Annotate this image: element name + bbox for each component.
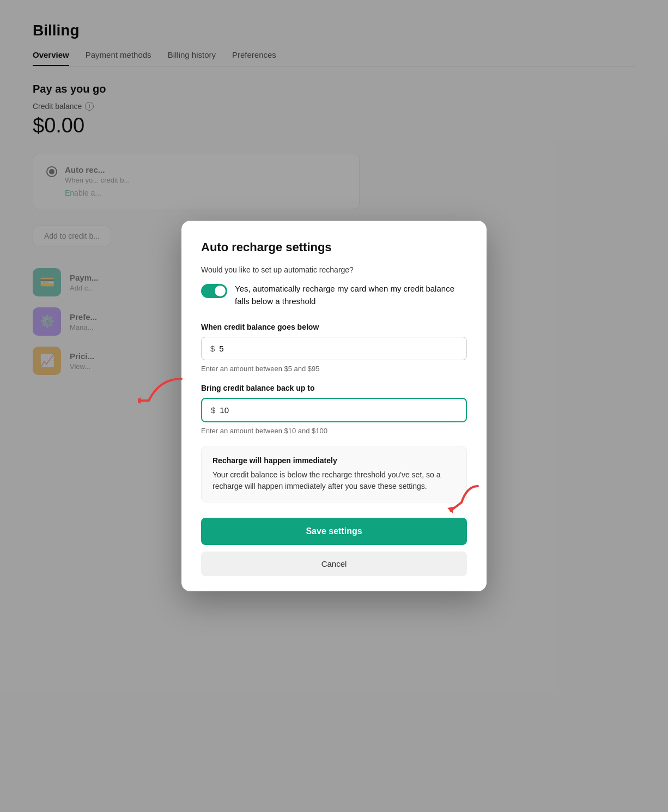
- threshold-input-group[interactable]: $: [201, 337, 467, 360]
- topup-currency: $: [211, 405, 215, 415]
- topup-input-group[interactable]: $: [201, 398, 467, 422]
- topup-input[interactable]: [220, 405, 457, 415]
- cancel-button[interactable]: Cancel: [201, 552, 467, 576]
- warning-title: Recharge will happen immediately: [212, 456, 456, 465]
- warning-text: Your credit balance is below the recharg…: [212, 469, 456, 492]
- threshold-currency: $: [210, 344, 215, 353]
- svg-marker-0: [138, 397, 141, 404]
- modal-title: Auto recharge settings: [201, 240, 467, 254]
- auto-recharge-toggle[interactable]: [201, 284, 227, 298]
- threshold-hint: Enter an amount between $5 and $95: [201, 365, 467, 373]
- toggle-row: Yes, automatically recharge my card when…: [201, 283, 467, 307]
- toggle-label: Yes, automatically recharge my card when…: [235, 283, 467, 307]
- save-button-wrapper: Save settings: [201, 518, 467, 552]
- save-settings-button[interactable]: Save settings: [201, 518, 467, 545]
- topup-label: Bring credit balance back up to: [201, 384, 467, 392]
- modal-dialog: Auto recharge settings Would you like to…: [181, 221, 487, 591]
- threshold-label: When credit balance goes below: [201, 323, 467, 331]
- modal-question: Would you like to set up automatic recha…: [201, 265, 467, 274]
- arrow-enable-link: [138, 373, 187, 414]
- threshold-input[interactable]: [219, 344, 458, 353]
- topup-hint: Enter an amount between $10 and $100: [201, 427, 467, 435]
- arrow-save: [434, 481, 483, 519]
- modal-overlay: Auto recharge settings Would you like to…: [0, 0, 668, 812]
- warning-box: Recharge will happen immediately Your cr…: [201, 446, 467, 502]
- svg-marker-1: [447, 507, 454, 513]
- toggle-knob: [215, 286, 226, 296]
